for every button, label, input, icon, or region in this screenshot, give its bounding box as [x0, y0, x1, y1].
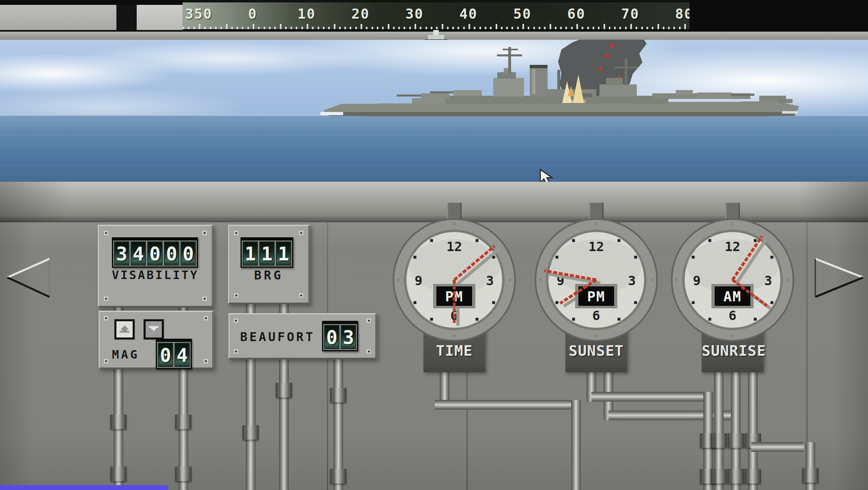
svg-text:12: 12 — [447, 239, 462, 254]
bearing-tick — [609, 27, 610, 29]
pipe-coupling — [110, 415, 127, 429]
digit-cell: 1 — [243, 241, 258, 266]
bearing-tick-label: 0 — [248, 6, 257, 22]
bearing-tick — [544, 27, 546, 29]
bearing-tick-label: 40 — [460, 6, 478, 22]
bearing-tick — [663, 27, 664, 29]
pipe-coupling — [110, 466, 127, 481]
pipe-coupling — [243, 425, 259, 440]
bearing-tick — [231, 27, 233, 29]
bearing-tick — [598, 27, 599, 29]
bearing-tick — [673, 27, 675, 29]
svg-text:3: 3 — [764, 273, 772, 288]
bearing-tick — [636, 27, 637, 29]
bearing-tick — [458, 27, 459, 29]
svg-text:3: 3 — [486, 273, 494, 288]
bearing-tick — [604, 24, 605, 29]
bearing-tick — [301, 27, 303, 29]
bearing-tick — [550, 24, 551, 29]
bearing-tick — [372, 27, 373, 29]
bearing-tick — [485, 27, 486, 29]
sunrise-clock-label: SUNRISE — [702, 342, 763, 359]
bearing-tick — [490, 27, 492, 29]
bearing-tick — [226, 24, 228, 29]
burning-battleship — [320, 40, 803, 118]
pipe-coupling — [175, 415, 191, 429]
pipe-coupling — [745, 469, 761, 484]
visibility-display: 34000 — [112, 237, 198, 268]
digit-cell: 4 — [174, 343, 190, 367]
bearing-tick — [447, 27, 449, 29]
pipe-coupling — [711, 433, 727, 448]
bearing-tick — [593, 27, 594, 29]
bearing-tick — [479, 27, 481, 29]
bearing-tick — [204, 27, 206, 29]
next-view-arrow[interactable] — [812, 256, 866, 301]
mouse-cursor-icon — [539, 169, 557, 182]
bearing-tick — [539, 27, 540, 29]
bearing-tick — [528, 27, 529, 29]
bearing-tick-label: 350 — [185, 6, 212, 22]
bearing-tick — [576, 24, 578, 29]
screw — [234, 318, 238, 323]
pipe-coupling — [175, 466, 191, 481]
mag-label: MAG — [112, 348, 139, 361]
bearing-tick — [404, 27, 405, 29]
bearing-tick — [382, 27, 384, 29]
prev-view-arrow[interactable] — [4, 256, 53, 301]
bearing-tick-label: 80 — [675, 6, 690, 22]
mag-down-button[interactable] — [144, 319, 164, 340]
bearing-tick — [334, 24, 335, 29]
time-clock-label: TIME — [423, 342, 485, 359]
bearing-tick — [652, 27, 653, 29]
sunset-clock-label: SUNSET — [565, 342, 627, 359]
bearing-tick — [684, 24, 686, 29]
screw — [367, 349, 371, 354]
digit-cell: 0 — [164, 241, 179, 266]
pipe — [571, 400, 581, 490]
screw — [234, 293, 238, 298]
bearing-tick — [242, 27, 243, 29]
mag-up-button[interactable] — [114, 319, 135, 340]
pipe — [435, 400, 581, 410]
bearing-tick — [420, 27, 421, 29]
bearing-tick — [501, 27, 503, 29]
bearing-tick-label: 20 — [352, 6, 370, 22]
screw — [104, 316, 108, 320]
screw — [104, 231, 108, 235]
bearing-tick — [350, 27, 351, 29]
screw — [204, 316, 208, 320]
bearing-tick — [366, 27, 367, 29]
bearing-tick — [193, 27, 195, 29]
screw — [104, 297, 108, 301]
bearing-tick — [274, 27, 276, 29]
pointer-stem — [433, 30, 439, 35]
bearing-tick — [496, 24, 497, 29]
meridiem-indicator: PM — [445, 288, 464, 305]
magnification-gauge: MAG 04 — [99, 311, 214, 369]
bearing-tick — [560, 27, 562, 29]
bearing-tick — [398, 27, 400, 29]
pipe-coupling — [802, 468, 819, 483]
bearing-tick — [587, 27, 589, 29]
screw — [234, 231, 238, 235]
bearing-tick — [522, 24, 524, 29]
bearing-tick — [436, 27, 438, 29]
bearing-tick — [641, 27, 643, 29]
bearing-tick — [264, 27, 265, 29]
bearing-tick — [668, 27, 670, 29]
screw — [299, 231, 303, 235]
sunrise-clock: 12369AM — [668, 215, 797, 345]
bearing-display: 111 — [241, 237, 293, 268]
bearing-tick — [210, 27, 211, 29]
bearing-tick — [296, 27, 297, 29]
bearing-tick — [425, 27, 427, 29]
bearing-tick — [511, 27, 513, 29]
bearing-tick-label: 50 — [513, 6, 532, 22]
bearing-label: BRG — [229, 268, 308, 282]
bearing-tick — [258, 27, 260, 29]
bearing-tick — [393, 27, 395, 29]
digit-cell: 0 — [158, 343, 173, 367]
top-right-housing — [690, 0, 868, 30]
bearing-tick — [452, 27, 454, 29]
